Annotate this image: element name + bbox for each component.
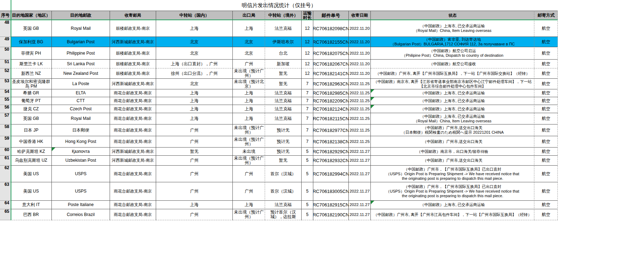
cell-office[interactable]: 雨花台邮政支局-南京 xyxy=(110,89,156,97)
cell-seq[interactable]: 64 xyxy=(0,201,11,209)
cell-postal[interactable]: Hong Kong Post xyxy=(52,136,110,148)
cell-office[interactable]: 雨花台邮政支局-南京 xyxy=(110,136,156,148)
cell-duration[interactable]: 7 xyxy=(302,113,313,124)
cell-office[interactable]: 鼓楼邮政支局-南京 xyxy=(110,20,156,37)
cell-country[interactable]: 乌兹别克斯坦 UZ xyxy=(11,156,52,166)
cell-method[interactable]: 航空 xyxy=(534,89,558,97)
cell-duration[interactable]: 5 xyxy=(302,156,313,166)
cell-export[interactable]: 上海 xyxy=(233,113,265,124)
cell-date[interactable]: 2022.11.27 xyxy=(349,182,371,201)
header-office[interactable]: 收寄邮局 xyxy=(110,11,156,20)
cell-date[interactable]: 2022.11.27 xyxy=(349,156,371,166)
cell-country[interactable]: 英国 GB xyxy=(11,113,52,124)
cell-status[interactable]: （中国邮政）上海市, 已交承运商运输 xyxy=(371,89,534,97)
cell-export[interactable]: 未出境（预计广州） xyxy=(233,136,265,148)
cell-seq[interactable]: 55 xyxy=(0,97,11,105)
cell-tracking[interactable]: RC706182994CN xyxy=(313,166,349,182)
cell-transit_cn[interactable]: 上海 xyxy=(156,20,233,37)
cell-export[interactable]: 广州 xyxy=(233,166,265,182)
cell-method[interactable]: 航空 xyxy=(534,79,558,89)
header-transit_abroad[interactable]: 中转站（境外） xyxy=(265,11,302,20)
cell-transit_cn[interactable]: 广州 xyxy=(156,166,233,182)
cell-duration[interactable]: 5 xyxy=(302,201,313,209)
cell-export[interactable]: 未出境 xyxy=(233,148,265,156)
header-tracking[interactable]: 邮件单号 xyxy=(313,11,349,20)
cell-transit_abroad[interactable]: 预计无 xyxy=(265,124,302,136)
cell-transit_abroad[interactable]: 新加坡 xyxy=(265,60,302,68)
cell-date[interactable]: 2022.11.27 xyxy=(349,209,371,220)
cell-country[interactable]: 意大利 IT xyxy=(11,201,52,209)
cell-transit_abroad[interactable]: 台北 xyxy=(265,47,302,60)
cell-export[interactable]: 未出境（预计广州） xyxy=(233,209,265,220)
cell-status[interactable]: （中国邮政）航空公司接收 xyxy=(371,60,534,68)
cell-seq[interactable]: 65 xyxy=(0,209,11,220)
cell-duration[interactable]: 7 xyxy=(302,97,313,105)
cell-status[interactable]: （中国邮政）上海市, 已交承运商运输（Royal Mail）China, Ite… xyxy=(371,113,534,124)
cell-office[interactable]: 雨花台邮政支局-南京 xyxy=(110,97,156,105)
cell-office[interactable]: 雨花台邮政支局-南京 xyxy=(110,105,156,113)
cell-postal[interactable]: Royal Mail xyxy=(52,20,110,37)
cell-tracking[interactable]: RC706182929CN xyxy=(313,148,349,156)
cell-postal[interactable]: 日本郵便 xyxy=(52,124,110,136)
cell-office[interactable]: 河西新城邮政支局-南京 xyxy=(110,148,156,156)
cell-tracking[interactable]: RC706182190CN xyxy=(313,209,349,220)
cell-date[interactable]: 2022.11.27 xyxy=(349,166,371,182)
cell-seq[interactable]: 63 xyxy=(0,182,11,201)
cell-date[interactable]: 2022.11.25 xyxy=(349,105,371,113)
cell-transit_cn[interactable]: 北京 xyxy=(156,79,233,89)
cell-office[interactable]: 河西新城邮政支局-南京 xyxy=(110,156,156,166)
cell-transit_abroad[interactable]: 法兰克福 xyxy=(265,20,302,37)
cell-transit_cn[interactable]: 广州 xyxy=(156,182,233,201)
cell-tracking[interactable]: RC706182155CN xyxy=(313,37,349,47)
cell-method[interactable]: 航空 xyxy=(534,201,558,209)
cell-office[interactable]: 雨花台邮政支局-南京 xyxy=(110,113,156,124)
cell-seq[interactable]: 59 xyxy=(0,136,11,148)
cell-transit_abroad[interactable]: 法兰克福 xyxy=(265,97,302,105)
cell-duration[interactable]: 7 xyxy=(302,89,313,97)
cell-seq[interactable]: 62 xyxy=(0,166,11,182)
cell-date[interactable]: 2022.11.20 xyxy=(349,20,371,37)
cell-transit_cn[interactable]: 广州 xyxy=(156,156,233,166)
cell-date[interactable]: 2022.11.20 xyxy=(349,60,371,68)
cell-office[interactable]: 雨花台邮政支局-南京 xyxy=(110,201,156,209)
cell-country[interactable]: 希腊 GR xyxy=(11,89,52,97)
cell-duration[interactable]: 5 xyxy=(302,182,313,201)
cell-office[interactable]: 河西新城邮政支局-南京 xyxy=(110,79,156,89)
cell-method[interactable]: 航空 xyxy=(534,60,558,68)
cell-office[interactable]: 鼓楼邮政支局-南京 xyxy=(110,47,156,60)
cell-seq[interactable]: 52 xyxy=(0,68,11,79)
cell-transit_cn[interactable]: 上海 xyxy=(156,201,233,209)
cell-seq[interactable]: 53 xyxy=(0,79,11,89)
header-transit_cn[interactable]: 中转站（国内） xyxy=(156,11,233,20)
cell-country[interactable]: 哈萨克斯坦 KZ xyxy=(11,148,52,156)
cell-postal[interactable]: USPS xyxy=(52,182,110,201)
cell-postal[interactable]: Uzbekistan Post xyxy=(52,156,110,166)
cell-date[interactable]: 2022.11.20 xyxy=(349,68,371,79)
cell-date[interactable]: 2022.11.27 xyxy=(349,148,371,156)
cell-export[interactable]: 未出境（预计广州） xyxy=(233,68,265,79)
cell-postal[interactable]: Correios Brazil xyxy=(52,209,110,220)
cell-transit_abroad[interactable]: 法兰克福 xyxy=(265,201,302,209)
cell-export[interactable]: 上海 xyxy=(233,20,265,37)
cell-seq[interactable]: 54 xyxy=(0,89,11,97)
cell-postal[interactable]: Қазпочта xyxy=(52,148,110,156)
cell-duration[interactable]: 7 xyxy=(302,105,313,113)
header-seq[interactable]: 序号 xyxy=(0,11,11,20)
cell-duration[interactable]: 5 xyxy=(302,166,313,182)
cell-country[interactable]: 美国 US xyxy=(11,182,52,201)
cell-date[interactable]: 2022.11.20 xyxy=(349,47,371,60)
cell-export[interactable]: 未出境（预计北京） xyxy=(233,79,265,89)
cell-transit_abroad[interactable]: 预计首尔（汉城），达拉斯 xyxy=(265,209,302,220)
cell-seq[interactable]: 61 xyxy=(0,156,11,166)
cell-postal[interactable]: Bulgarian Post xyxy=(52,37,110,47)
cell-country[interactable]: 斯里兰卡 LK xyxy=(11,60,52,68)
cell-status[interactable]: （中国邮政）广州市, 离开【广州市国际互换局】，下一站【广州市国际交换站】（经转… xyxy=(371,68,534,79)
cell-method[interactable]: 航空 xyxy=(534,148,558,156)
cell-seq[interactable]: 60 xyxy=(0,148,11,156)
cell-seq[interactable]: 50 xyxy=(0,47,11,60)
cell-seq[interactable]: 56 xyxy=(0,105,11,113)
cell-date[interactable]: 2022.11.25 xyxy=(349,97,371,105)
cell-method[interactable]: 航空 xyxy=(534,166,558,182)
cell-tracking[interactable]: RC706182138CN xyxy=(313,136,349,148)
cell-export[interactable]: 北京 xyxy=(233,47,265,60)
